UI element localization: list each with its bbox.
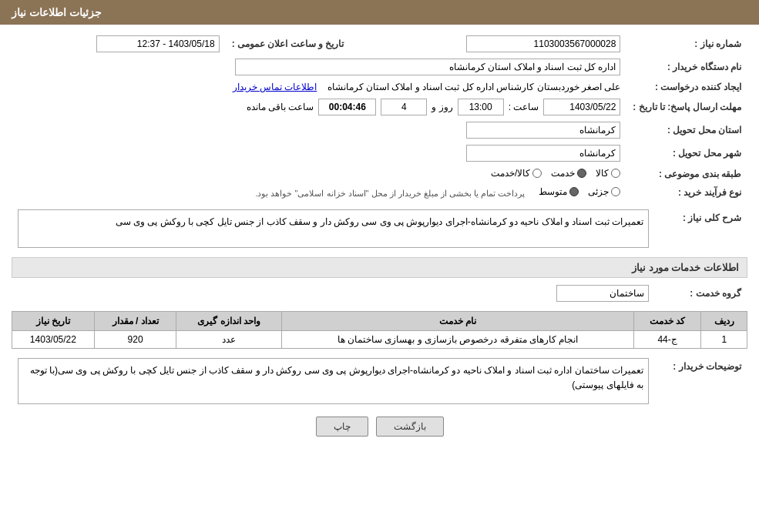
ijad-konande-label: ایجاد کننده درخواست :	[626, 79, 747, 95]
radio-kala-khedmat-circle	[532, 169, 542, 178]
grohe-input: ساختمان	[556, 285, 649, 302]
col-tedad: تعداد / مقدار	[94, 312, 176, 331]
radio-khedmat: خدمت	[551, 168, 586, 179]
radio-khedmat-label: خدمت	[551, 168, 575, 179]
tozihat-textarea: تعمیرات ساختمان اداره ثبت اسناد و املاک …	[18, 358, 649, 404]
roz-label: روز و	[432, 102, 452, 112]
ijad-konande-value: علی اصغر خوردبستان کارشناس اداره کل ثبت …	[12, 79, 626, 95]
farayand-radio-group: جزئی متوسط	[539, 186, 620, 197]
nam-dastgah-value: اداره کل ثبت اسناد و املاک استان کرمانشا…	[12, 55, 626, 79]
tozihat-table: توضیحات خریدار : تعمیرات ساختمان اداره ث…	[12, 355, 747, 407]
col-vahed: واحد اندازه گیری	[176, 312, 282, 331]
sharh-label: شرح کلی نیاز :	[655, 206, 747, 251]
sharh-value-cell: تعمیرات ثبت اسناد و املاک ناحیه دو کرمان…	[12, 206, 655, 251]
action-buttons: بازگشت چاپ	[12, 417, 747, 437]
contact-info-link[interactable]: اطلاعات تماس خریدار	[233, 82, 317, 92]
radio-kala-circle	[611, 169, 620, 178]
main-content: شماره نیاز : 1103003567000028 تاریخ و سا…	[0, 25, 759, 453]
ostan-tahvil-label: استان محل تحویل :	[626, 119, 747, 142]
saat-label: ساعت :	[509, 102, 539, 112]
sharh-textarea: تعمیرات ثبت اسناد و املاک ناحیه دو کرمان…	[18, 209, 649, 248]
col-tarikh: تاریخ نیاز	[12, 312, 95, 331]
radio-motavaset-label: متوسط	[539, 186, 567, 197]
ostan-tahvil-input: کرمانشاه	[466, 122, 620, 139]
radio-jozei: جزئی	[588, 186, 620, 197]
mohlat-date-input: 1403/05/22	[543, 99, 620, 115]
services-data-table: ردیف کد خدمت نام خدمت واحد اندازه گیری ت…	[12, 311, 747, 349]
page-header: جزئیات اطلاعات نیاز	[0, 0, 759, 25]
farayand-note: پرداخت تمام یا بخشی از مبلغ خریدار از مح…	[255, 189, 525, 198]
mohlat-roz-input: 4	[381, 99, 427, 115]
col-kod: کد خدمت	[633, 312, 701, 331]
radio-kala-khedmat-label: کالا/خدمت	[491, 168, 530, 179]
header-title: جزئیات اطلاعات نیاز	[12, 6, 102, 18]
page-wrapper: جزئیات اطلاعات نیاز شماره نیاز : 1103003…	[0, 0, 759, 532]
shahr-tahvil-label: شهر محل تحویل :	[626, 142, 747, 165]
table-cell-5: 1403/05/22	[12, 331, 95, 349]
table-cell-0: 1	[701, 331, 747, 349]
radio-motavaset-circle	[569, 187, 579, 196]
shahr-tahvil-value: کرمانشاه	[12, 142, 626, 165]
radio-motavaset: متوسط	[539, 186, 579, 197]
table-cell-2: انجام کارهای متفرقه درخصوص بازسازی و بهس…	[282, 331, 634, 349]
shomare-niaz-input: 1103003567000028	[466, 35, 620, 52]
nam-dastgah-label: نام دستگاه خریدار :	[626, 55, 747, 79]
shomare-niaz-value: 1103003567000028	[364, 32, 627, 55]
back-button[interactable]: بازگشت	[376, 417, 444, 437]
main-info-table: شماره نیاز : 1103003567000028 تاریخ و سا…	[12, 32, 747, 202]
no-farayand-row: جزئی متوسط پرداخت تمام یا بخشی از مبلغ خ…	[12, 183, 626, 202]
sharh-table: شرح کلی نیاز : تعمیرات ثبت اسناد و املاک…	[12, 206, 747, 251]
services-section-title: اطلاعات خدمات مورد نیاز	[12, 257, 747, 278]
table-cell-1: ج-44	[633, 331, 701, 349]
radio-jozei-label: جزئی	[588, 186, 609, 197]
col-nam: نام خدمت	[282, 312, 634, 331]
col-radif: ردیف	[701, 312, 747, 331]
mohlat-row: 1403/05/22 ساعت : 13:00 روز و 4 00:04:46…	[12, 95, 626, 119]
radio-khedmat-circle	[577, 169, 586, 178]
shomare-niaz-label: شماره نیاز :	[626, 32, 747, 55]
ijad-konande-text: علی اصغر خوردبستان کارشناس اداره کل ثبت …	[327, 82, 621, 92]
nam-dastgah-input: اداره کل ثبت اسناد و املاک استان کرمانشا…	[235, 59, 620, 75]
tarikh-saat-input: 1403/05/18 - 12:37	[96, 35, 220, 52]
no-farayand-label: نوع فرآیند خرید :	[626, 183, 747, 202]
tabaqe-radio-group: کالا خدمت کالا/خدمت	[491, 168, 620, 179]
table-cell-3: عدد	[176, 331, 282, 349]
grohe-table: گروه خدمت : ساختمان	[12, 282, 747, 305]
radio-kala-khedmat: کالا/خدمت	[491, 168, 542, 179]
tarikh-saat-value: 1403/05/18 - 12:37	[12, 32, 226, 55]
tarikh-saat-label: تاریخ و ساعت اعلان عمومی :	[226, 32, 364, 55]
tozihat-label: توضیحات خریدار :	[655, 355, 747, 407]
radio-kala: کالا	[596, 168, 620, 179]
mohlat-label: مهلت ارسال پاسخ: تا تاریخ :	[626, 95, 747, 119]
table-cell-4: 920	[94, 331, 176, 349]
grohe-value-cell: ساختمان	[12, 282, 655, 305]
tabaqe-label: طبقه بندی موضوعی :	[626, 165, 747, 183]
tozihat-value-cell: تعمیرات ساختمان اداره ثبت اسناد و املاک …	[12, 355, 655, 407]
ostan-tahvil-value: کرمانشاه	[12, 119, 626, 142]
radio-kala-label: کالا	[596, 168, 609, 179]
shahr-tahvil-input: کرمانشاه	[466, 145, 620, 162]
tabaqe-row: کالا خدمت کالا/خدمت	[12, 165, 626, 183]
mohlat-saat-input: 13:00	[458, 99, 504, 115]
saat-mande-label: ساعت باقی مانده	[247, 102, 314, 112]
radio-jozei-circle	[611, 187, 620, 196]
print-button[interactable]: چاپ	[316, 417, 368, 437]
table-row: 1ج-44انجام کارهای متفرقه درخصوص بازسازی …	[12, 331, 747, 349]
grohe-label: گروه خدمت :	[655, 282, 747, 305]
countdown-display: 00:04:46	[318, 99, 376, 115]
